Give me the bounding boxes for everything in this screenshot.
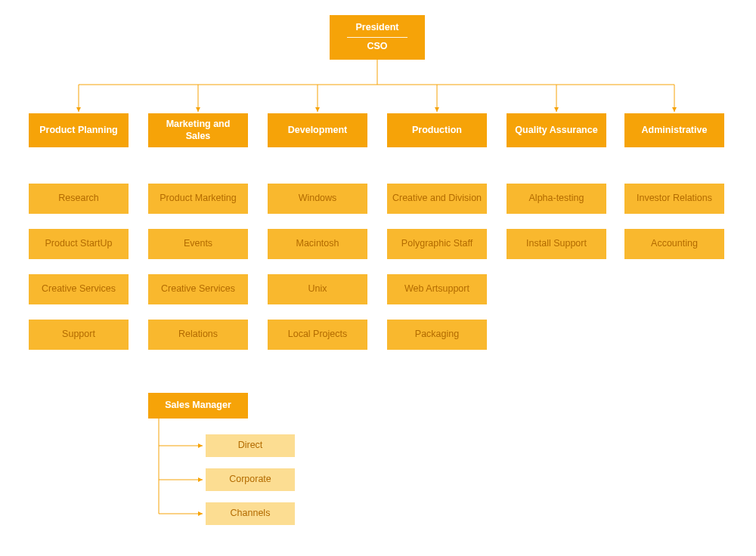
- sub-creative-services-2: Creative Services: [148, 274, 248, 304]
- sub-label: Research: [58, 193, 99, 205]
- president-label: President: [356, 22, 399, 34]
- sub-label: Product StartUp: [45, 238, 113, 250]
- sub-label: Polygraphic Staff: [401, 238, 472, 250]
- dept-product-planning: Product Planning: [29, 113, 129, 147]
- sub-polygraphic-staff: Polygraphic Staff: [387, 229, 487, 259]
- dept-label: Development: [288, 125, 348, 137]
- sub-web-artsupport: Web Artsupport: [387, 274, 487, 304]
- sub-accounting: Accounting: [624, 229, 724, 259]
- sub-label: Accounting: [651, 238, 698, 250]
- sub-label: Alpha-testing: [529, 193, 584, 205]
- dept-label: Production: [412, 125, 462, 137]
- sub-unix: Unix: [268, 274, 367, 304]
- team-label: Direct: [238, 440, 263, 452]
- sub-label: Product Marketing: [160, 193, 236, 205]
- team-direct: Direct: [206, 434, 295, 457]
- sub-creative-division: Creative and Division: [387, 184, 487, 214]
- sub-label: Windows: [299, 193, 337, 205]
- sub-creative-services: Creative Services: [29, 274, 129, 304]
- sub-investor-relations: Investor Relations: [624, 184, 724, 214]
- dept-label: Administrative: [642, 125, 708, 137]
- sub-label: Events: [184, 238, 212, 250]
- team-label: Channels: [231, 508, 271, 520]
- sub-label: Support: [62, 329, 95, 341]
- sub-research: Research: [29, 184, 129, 214]
- dept-development: Development: [268, 113, 367, 147]
- sub-label: Macintosh: [296, 238, 339, 250]
- sub-windows: Windows: [268, 184, 367, 214]
- sub-support: Support: [29, 320, 129, 350]
- sub-label: Packaging: [415, 329, 459, 341]
- sub-label: Investor Relations: [637, 193, 712, 205]
- dept-quality-assurance: Quality Assurance: [507, 113, 606, 147]
- sub-relations: Relations: [148, 320, 248, 350]
- sub-label: Install Support: [526, 238, 587, 250]
- dept-label: Quality Assurance: [515, 125, 597, 137]
- president-divider: [347, 37, 407, 38]
- sales-manager-box: Sales Manager: [148, 393, 248, 419]
- cso-label: CSO: [367, 41, 387, 53]
- president-box: President CSO: [330, 15, 425, 60]
- sub-label: Local Projects: [288, 329, 348, 341]
- dept-marketing-sales: Marketing and Sales: [148, 113, 248, 147]
- team-corporate: Corporate: [206, 468, 295, 491]
- sub-label: Creative Services: [161, 283, 235, 295]
- dept-production: Production: [387, 113, 487, 147]
- sales-manager-label: Sales Manager: [165, 400, 231, 412]
- sub-product-marketing: Product Marketing: [148, 184, 248, 214]
- sub-alpha-testing: Alpha-testing: [507, 184, 606, 214]
- dept-administrative: Administrative: [624, 113, 724, 147]
- sub-label: Relations: [178, 329, 218, 341]
- sub-product-startup: Product StartUp: [29, 229, 129, 259]
- sub-label: Unix: [308, 283, 327, 295]
- dept-label: Product Planning: [39, 125, 117, 137]
- sub-label: Creative and Division: [392, 193, 482, 205]
- sub-packaging: Packaging: [387, 320, 487, 350]
- sub-label: Web Artsupport: [404, 283, 469, 295]
- sub-local-projects: Local Projects: [268, 320, 367, 350]
- sub-events: Events: [148, 229, 248, 259]
- sub-label: Creative Services: [42, 283, 116, 295]
- dept-label: Marketing and Sales: [153, 119, 243, 142]
- sub-macintosh: Macintosh: [268, 229, 367, 259]
- team-label: Corporate: [229, 474, 271, 486]
- team-channels: Channels: [206, 502, 295, 525]
- sub-install-support: Install Support: [507, 229, 606, 259]
